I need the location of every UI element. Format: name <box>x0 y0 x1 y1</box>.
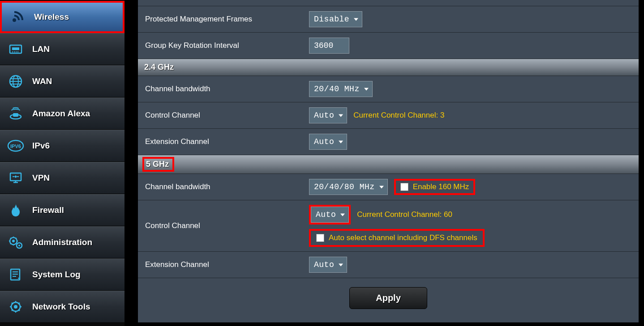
ctrl24-label: Control Channel <box>143 111 309 120</box>
ctrl24-hint: Current Control Channel: 3 <box>353 111 444 120</box>
enable160-checkbox[interactable] <box>400 183 408 191</box>
sidebar-item-wireless[interactable]: Wireless <box>0 1 125 33</box>
main-content: Protected Management Frames Disable Grou… <box>125 0 644 326</box>
cbw24-select[interactable]: 20/40 MHz <box>309 81 373 97</box>
row-24-ext: Extension Channel Auto <box>138 129 639 155</box>
sidebar-item-admin[interactable]: Administration <box>0 226 125 258</box>
enable160-label: Enable 160 MHz <box>413 182 469 191</box>
row-empty-top <box>138 0 639 6</box>
sidebar-item-firewall[interactable]: Firewall <box>0 194 125 226</box>
sidebar-item-wan[interactable]: WAN <box>0 65 125 97</box>
svg-point-20 <box>12 240 15 242</box>
sidebar-label: LAN <box>32 44 50 54</box>
sidebar-item-vpn[interactable]: VPN <box>0 162 125 194</box>
sidebar-item-nettools[interactable]: Network Tools <box>0 291 125 323</box>
ctrl5-hint: Current Control Channel: 60 <box>357 210 452 219</box>
sidebar-label: VPN <box>32 173 50 183</box>
pmf-label: Protected Management Frames <box>143 15 309 24</box>
sidebar-label: Amazon Alexa <box>32 109 90 119</box>
sidebar-label: Firewall <box>32 205 64 215</box>
cbw5-label: Channel bandwidth <box>143 182 309 191</box>
svg-point-0 <box>13 18 16 22</box>
pmf-select[interactable]: Disable <box>309 11 362 27</box>
cbw5-select[interactable]: 20/40/80 MHz <box>309 179 388 195</box>
section-5ghz: 5 GHz <box>138 155 639 174</box>
ctrl24-select[interactable]: Auto <box>309 107 347 123</box>
apply-button[interactable]: Apply <box>349 287 427 309</box>
gkri-label: Group Key Rotation Interval <box>143 41 309 50</box>
section-24ghz: 2.4 GHz <box>138 59 639 76</box>
gkri-input[interactable] <box>309 38 349 54</box>
row-5-ctrl: Control Channel Auto Current Control Cha… <box>138 200 639 252</box>
row-pmf: Protected Management Frames Disable <box>138 6 639 33</box>
row-24-cbw: Channel bandwidth 20/40 MHz <box>138 76 639 102</box>
ext24-label: Extension Channel <box>143 137 309 146</box>
fire-icon <box>7 202 24 219</box>
sidebar-label: Wireless <box>34 12 69 22</box>
ext5-label: Extension Channel <box>143 260 309 269</box>
sidebar-label: Network Tools <box>32 302 90 312</box>
sidebar-label: WAN <box>32 76 52 86</box>
wireless-icon <box>9 8 26 25</box>
ipv6-icon: IPV6 <box>7 137 24 154</box>
svg-rect-2 <box>12 47 19 50</box>
alexa-icon <box>7 105 24 122</box>
gear-icon <box>7 234 24 251</box>
sidebar: Wireless LAN WAN Amazon Alexa IPV6 IPv6 <box>0 0 125 326</box>
svg-text:IPV6: IPV6 <box>10 144 21 149</box>
svg-rect-13 <box>13 113 18 117</box>
ctrl5-label: Control Channel <box>143 221 309 230</box>
svg-point-28 <box>14 305 17 309</box>
lan-icon <box>7 41 24 58</box>
sidebar-label: System Log <box>32 270 81 279</box>
svg-point-22 <box>18 245 20 246</box>
ext5-select[interactable]: Auto <box>309 257 347 273</box>
sidebar-label: Administration <box>32 237 92 247</box>
sidebar-item-lan[interactable]: LAN <box>0 33 125 65</box>
row-gkri: Group Key Rotation Interval <box>138 33 639 59</box>
log-icon <box>7 266 24 283</box>
row-5-ext: Extension Channel Auto <box>138 252 639 278</box>
vpn-icon <box>7 169 24 186</box>
globe-icon <box>7 73 24 90</box>
cog-icon <box>7 298 24 315</box>
row-24-ctrl: Control Channel Auto Current Control Cha… <box>138 102 639 129</box>
sidebar-item-alexa[interactable]: Amazon Alexa <box>0 97 125 130</box>
dfs-label: Auto select channel including DFS channe… <box>329 233 477 242</box>
cbw24-label: Channel bandwidth <box>143 85 309 93</box>
ctrl5-select[interactable]: Auto <box>311 207 349 223</box>
dfs-checkbox[interactable] <box>316 234 324 242</box>
sidebar-item-ipv6[interactable]: IPV6 IPv6 <box>0 130 125 162</box>
row-5-cbw: Channel bandwidth 20/40/80 MHz Enable 16… <box>138 174 639 200</box>
sidebar-item-syslog[interactable]: System Log <box>0 258 125 291</box>
sidebar-label: IPv6 <box>32 141 50 151</box>
ext24-select[interactable]: Auto <box>309 134 347 150</box>
